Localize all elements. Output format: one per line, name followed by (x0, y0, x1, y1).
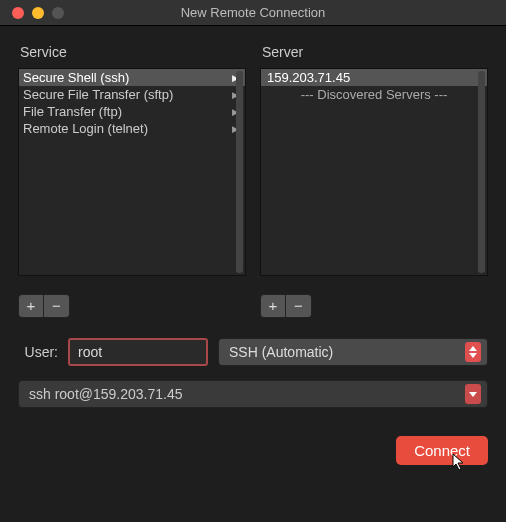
list-item-label: 159.203.71.45 (267, 70, 350, 85)
list-item-label: Secure Shell (ssh) (23, 70, 129, 85)
remove-server-button[interactable]: − (286, 294, 312, 318)
user-label: User: (18, 344, 58, 360)
chevron-down-icon (465, 384, 481, 404)
server-header: Server (260, 44, 488, 60)
service-item-sftp[interactable]: Secure File Transfer (sftp) ▶ (19, 86, 245, 103)
chevron-right-icon: ▶ (232, 107, 239, 117)
updown-icon (465, 342, 481, 362)
connect-button-label: Connect (414, 442, 470, 459)
chevron-right-icon: ▶ (232, 90, 239, 100)
remove-service-button[interactable]: − (44, 294, 70, 318)
protocol-selected-label: SSH (Automatic) (229, 344, 333, 360)
discovered-servers-label: --- Discovered Servers --- (261, 86, 487, 103)
add-server-button[interactable]: + (260, 294, 286, 318)
service-item-ftp[interactable]: File Transfer (ftp) ▶ (19, 103, 245, 120)
server-listbox[interactable]: 159.203.71.45 --- Discovered Servers --- (260, 68, 488, 276)
command-text: ssh root@159.203.71.45 (29, 386, 183, 402)
traffic-lights (0, 7, 64, 19)
chevron-right-icon: ▶ (232, 73, 239, 83)
chevron-right-icon: ▶ (232, 124, 239, 134)
window-title: New Remote Connection (0, 5, 506, 20)
server-item[interactable]: 159.203.71.45 (261, 69, 487, 86)
minimize-icon[interactable] (32, 7, 44, 19)
service-header: Service (18, 44, 246, 60)
window-titlebar: New Remote Connection (0, 0, 506, 26)
maximize-icon (52, 7, 64, 19)
connect-button[interactable]: Connect (396, 436, 488, 465)
service-item-telnet[interactable]: Remote Login (telnet) ▶ (19, 120, 245, 137)
list-item-label: File Transfer (ftp) (23, 104, 122, 119)
list-item-label: Secure File Transfer (sftp) (23, 87, 173, 102)
service-item-ssh[interactable]: Secure Shell (ssh) ▶ (19, 69, 245, 86)
protocol-select[interactable]: SSH (Automatic) (218, 338, 488, 366)
service-listbox[interactable]: Secure Shell (ssh) ▶ Secure File Transfe… (18, 68, 246, 276)
user-field[interactable] (68, 338, 208, 366)
close-icon[interactable] (12, 7, 24, 19)
add-service-button[interactable]: + (18, 294, 44, 318)
list-item-label: Remote Login (telnet) (23, 121, 148, 136)
command-field[interactable]: ssh root@159.203.71.45 (18, 380, 488, 408)
